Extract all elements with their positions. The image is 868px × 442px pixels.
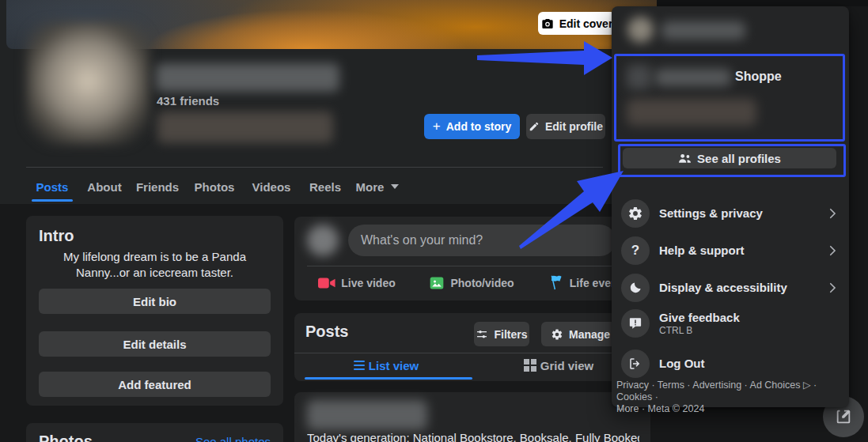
edit-cover-button[interactable]: Edit cover [538, 12, 616, 35]
post-text: Today's generation: National Bookstore, … [307, 431, 639, 442]
grid-view-label: Grid view [540, 359, 594, 372]
menu-item-settings-label: Settings & privacy [659, 206, 816, 220]
edit-profile-button[interactable]: Edit profile [526, 114, 605, 139]
header-divider [26, 167, 603, 168]
list-view-label: List view [369, 359, 419, 372]
profile-row-secondary[interactable] [620, 95, 840, 130]
plus-icon: + [433, 119, 441, 134]
composer-avatar[interactable] [307, 225, 339, 256]
tab-photos-label: Photos [195, 180, 235, 194]
friends-count[interactable]: 431 friends [157, 94, 219, 108]
add-to-story-label: Add to story [446, 120, 511, 133]
tab-list-view[interactable]: List view [302, 353, 470, 377]
composer-card: What's on your mind? Live video Photo/vi… [294, 217, 650, 300]
menu-item-logout[interactable]: Log Out [612, 345, 849, 382]
add-featured-label: Add featured [118, 378, 191, 391]
photos-title: Photos [39, 433, 93, 442]
list-view-underline [305, 377, 472, 380]
legal-footer-line1[interactable]: Privacy · Terms · Advertising · Ad Choic… [616, 380, 843, 403]
profile-row-shoppe[interactable]: Shoppe [620, 59, 840, 95]
menu-item-logout-label: Log Out [659, 357, 840, 370]
friend-avatars-redacted [157, 111, 333, 143]
see-all-profiles-label: See all profiles [697, 152, 781, 165]
question-icon: ? [621, 236, 650, 265]
menu-item-settings[interactable]: Settings & privacy [612, 195, 849, 232]
tab-friends-label: Friends [136, 180, 179, 194]
see-all-profiles-button[interactable]: See all profiles [623, 148, 836, 168]
photo-video-button[interactable]: Photo/video [423, 272, 521, 294]
posts-title: Posts [305, 323, 348, 341]
edit-profile-label: Edit profile [545, 120, 603, 133]
tab-reels-label: Reels [309, 180, 341, 194]
post-card: ••• Today's generation: National Booksto… [294, 392, 650, 442]
chevron-right-icon [825, 244, 840, 258]
camera-icon [541, 17, 554, 30]
tab-more[interactable]: More [351, 172, 404, 201]
edit-details-button[interactable]: Edit details [39, 331, 271, 357]
photo-video-label: Photo/video [450, 277, 514, 289]
edit-bio-label: Edit bio [133, 295, 176, 308]
gear-icon [551, 328, 563, 341]
tab-reels[interactable]: Reels [304, 172, 347, 201]
tab-posts[interactable]: Posts [32, 172, 73, 201]
photos-card: Photos See all photos [26, 423, 283, 442]
intro-card: Intro My lifelong dream is to be a Panda… [26, 216, 283, 406]
current-profile-row[interactable] [620, 13, 840, 49]
chevron-right-icon [825, 281, 840, 295]
current-profile-avatar-redacted [627, 17, 654, 43]
moon-icon [621, 274, 650, 302]
edit-cover-label: Edit cover [559, 17, 613, 30]
menu-item-feedback-shortcut: CTRL B [659, 325, 840, 336]
intro-bio: My lifelong dream is to be a Panda Nanny… [39, 249, 271, 281]
tab-photos[interactable]: Photos [190, 172, 239, 201]
grid-view-icon [524, 359, 536, 372]
status-input[interactable]: What's on your mind? [348, 225, 616, 256]
tab-about-label: About [87, 180, 121, 194]
see-all-photos-link[interactable]: See all photos [195, 435, 271, 442]
tab-videos-label: Videos [252, 180, 291, 194]
live-video-icon [318, 276, 335, 290]
tab-posts-underline [32, 199, 73, 202]
shoppe-name-suffix: Shoppe [735, 70, 782, 84]
composer-divider [307, 266, 638, 266]
current-profile-name-redacted [661, 21, 745, 40]
legal-footer-line2[interactable]: More · Meta © 2024 [616, 403, 843, 415]
shoppe-avatar-redacted [627, 65, 651, 89]
filters-label: Filters [494, 328, 527, 341]
flag-icon [548, 274, 564, 292]
menu-item-feedback[interactable]: Give feedback CTRL B [612, 304, 849, 343]
status-placeholder: What's on your mind? [361, 233, 483, 247]
menu-item-help-label: Help & support [659, 244, 816, 257]
edit-bio-button[interactable]: Edit bio [39, 289, 271, 314]
tab-friends[interactable]: Friends [133, 172, 182, 201]
post-author-redacted [307, 400, 427, 430]
profile-name-redacted [156, 63, 339, 92]
live-video-label: Live video [341, 277, 395, 289]
account-menu: Shoppe See all profiles Settings & priva… [612, 6, 849, 407]
profile-picture[interactable] [26, 22, 150, 145]
tab-about[interactable]: About [82, 172, 127, 201]
legal-footer[interactable]: Privacy · Terms · Advertising · Ad Choic… [616, 380, 843, 415]
live-video-button[interactable]: Live video [313, 272, 400, 294]
filters-button[interactable]: Filters [474, 322, 529, 346]
gear-icon [621, 199, 650, 228]
chevron-right-icon [825, 206, 840, 221]
menu-item-feedback-label: Give feedback [659, 311, 840, 324]
photo-icon [429, 275, 445, 291]
add-featured-button[interactable]: Add featured [39, 372, 271, 397]
menu-item-display[interactable]: Display & accessibility [612, 269, 849, 306]
logout-icon [621, 349, 650, 378]
tab-more-label: More [356, 180, 385, 194]
secondary-profile-redacted [627, 99, 756, 126]
menu-item-display-label: Display & accessibility [659, 281, 816, 294]
add-to-story-button[interactable]: + Add to story [424, 114, 520, 139]
tab-videos[interactable]: Videos [247, 172, 296, 201]
menu-item-help[interactable]: ? Help & support [612, 232, 849, 269]
tab-posts-label: Posts [36, 180, 69, 194]
posts-toolbar-card: Posts Filters Manage List view Grid view [294, 313, 650, 381]
chevron-down-icon [391, 184, 399, 189]
profiles-icon [678, 153, 692, 164]
edit-details-label: Edit details [123, 338, 186, 351]
question-glyph: ? [631, 243, 639, 259]
intro-title: Intro [39, 227, 74, 245]
